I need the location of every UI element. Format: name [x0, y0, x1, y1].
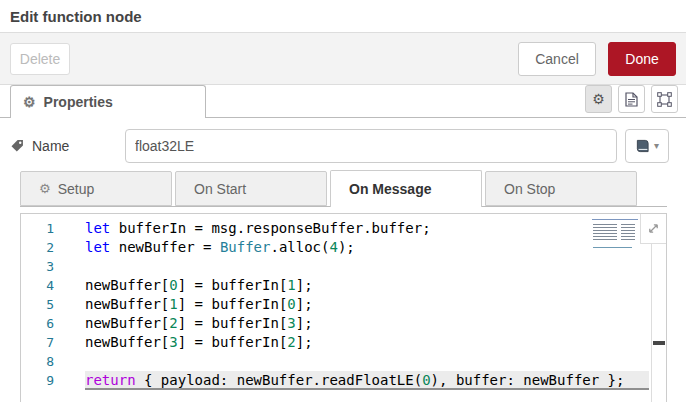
tab-on-start[interactable]: On Start [175, 171, 327, 206]
selection-box-icon [657, 92, 672, 107]
name-input[interactable] [125, 129, 617, 163]
line-number: 4 [21, 276, 54, 295]
code-line[interactable]: newBuffer[1] = bufferIn[0]; [85, 295, 649, 314]
code-lines: 1let bufferIn = msg.responseBuffer.buffe… [21, 219, 666, 390]
code-line-row: 3 [21, 257, 666, 276]
gear-icon: ⚙ [39, 182, 51, 195]
code-line[interactable]: let newBuffer = Buffer.alloc(4); [85, 238, 649, 257]
book-icon [635, 139, 650, 153]
function-tabs: ⚙ Setup On Start On Message On Stop [20, 170, 667, 207]
delete-button[interactable]: Delete [10, 43, 70, 75]
cancel-button[interactable]: Cancel [518, 42, 596, 76]
line-number: 3 [21, 257, 54, 276]
code-line-row: 1let bufferIn = msg.responseBuffer.buffe… [21, 219, 666, 238]
done-button[interactable]: Done [608, 42, 676, 76]
chevron-down-icon: ▾ [654, 141, 659, 151]
code-line-row: 2let newBuffer = Buffer.alloc(4); [21, 238, 666, 257]
line-number: 6 [21, 314, 54, 333]
tab-on-stop-label: On Stop [504, 181, 555, 197]
tab-on-message[interactable]: On Message [330, 170, 482, 207]
code-line[interactable]: return { payload: newBuffer.readFloatLE(… [85, 371, 649, 390]
tab-setup[interactable]: ⚙ Setup [20, 171, 172, 206]
code-line[interactable]: newBuffer[0] = bufferIn[1]; [85, 276, 649, 295]
line-number: 5 [21, 295, 54, 314]
line-number: 7 [21, 333, 54, 352]
code-line-row: 8 [21, 352, 666, 371]
name-field-label: Name [10, 138, 125, 154]
dialog-titlebar: Edit function node [0, 0, 686, 33]
properties-tab-label: Properties [44, 94, 113, 110]
tab-setup-label: Setup [58, 181, 95, 197]
edit-properties-button[interactable]: ⚙ [585, 85, 612, 113]
line-number: 1 [21, 219, 54, 238]
gear-icon: ⚙ [23, 95, 36, 109]
scrollbar-thumb[interactable] [653, 341, 665, 345]
code-line[interactable]: let bufferIn = msg.responseBuffer.buffer… [85, 219, 649, 238]
code-line[interactable] [85, 352, 649, 371]
tab-properties[interactable]: ⚙ Properties [10, 85, 206, 118]
dialog-toolbar: Delete Cancel Done [0, 33, 686, 85]
line-number: 2 [21, 238, 54, 257]
dialog-title: Edit function node [10, 8, 142, 25]
code-line-row: 4newBuffer[0] = bufferIn[1]; [21, 276, 666, 295]
name-field-row: Name ▾ [0, 118, 686, 170]
expand-editor-button[interactable] [640, 214, 666, 244]
gear-icon: ⚙ [592, 92, 605, 106]
code-line[interactable]: newBuffer[3] = bufferIn[2]; [85, 333, 649, 352]
properties-actions: ⚙ [585, 85, 678, 113]
edit-function-node-dialog: Edit function node Delete Cancel Done ⚙ … [0, 0, 686, 402]
editor-scrollbar[interactable] [651, 244, 666, 402]
node-description-button[interactable] [618, 85, 645, 113]
code-line-row: 6newBuffer[2] = bufferIn[3]; [21, 314, 666, 333]
code-line-row: 9return { payload: newBuffer.readFloatLE… [21, 371, 666, 390]
code-line[interactable] [85, 257, 649, 276]
code-line[interactable]: newBuffer[2] = bufferIn[3]; [85, 314, 649, 333]
name-label-text: Name [32, 138, 69, 154]
code-editor[interactable]: 1let bufferIn = msg.responseBuffer.buffe… [20, 213, 667, 402]
tab-on-start-label: On Start [194, 181, 246, 197]
minimap[interactable] [592, 219, 638, 250]
library-dropdown-button[interactable]: ▾ [625, 129, 669, 163]
code-line-row: 7newBuffer[3] = bufferIn[2]; [21, 333, 666, 352]
line-number: 8 [21, 352, 54, 371]
expand-arrows-icon [647, 222, 660, 235]
document-icon [625, 92, 638, 107]
minimap-footer [593, 247, 632, 248]
tab-on-stop[interactable]: On Stop [485, 171, 637, 206]
line-number: 9 [21, 371, 54, 390]
node-appearance-button[interactable] [651, 85, 678, 113]
code-line-row: 5newBuffer[1] = bufferIn[0]; [21, 295, 666, 314]
tag-icon [10, 139, 24, 153]
tab-on-message-label: On Message [349, 181, 431, 197]
properties-tab-strip: ⚙ Properties ⚙ [0, 85, 686, 118]
